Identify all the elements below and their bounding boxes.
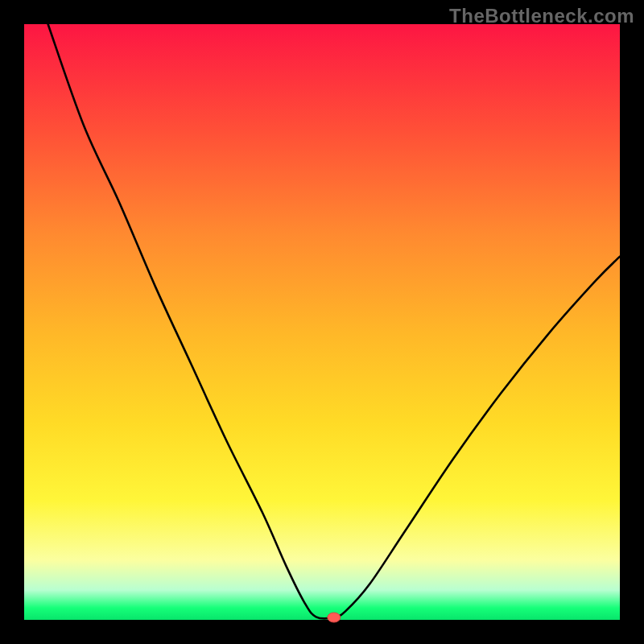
chart-svg	[24, 24, 620, 620]
plot-area	[24, 24, 620, 620]
bottleneck-curve	[48, 24, 620, 618]
chart-frame: TheBottleneck.com	[0, 0, 644, 644]
optimal-point-marker	[328, 613, 341, 622]
